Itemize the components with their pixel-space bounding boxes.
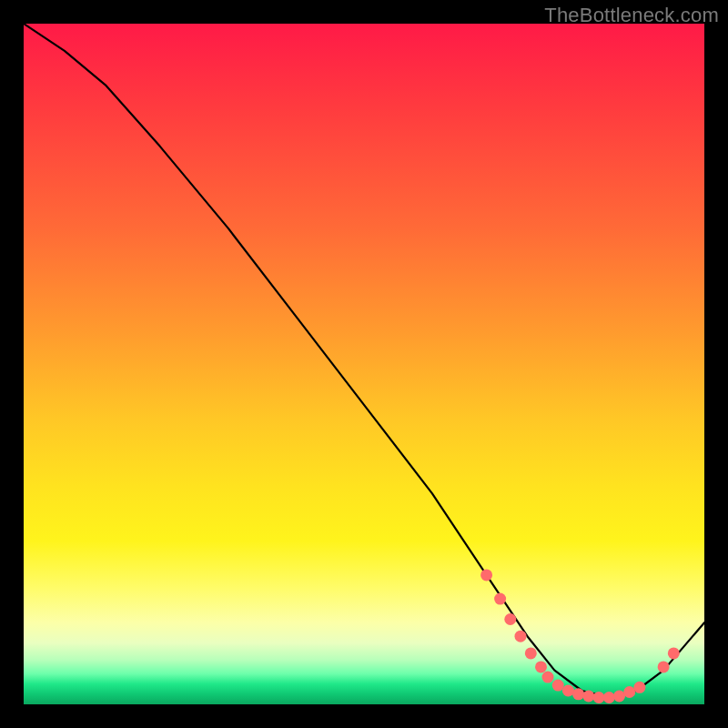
- chart-plot-area: [24, 24, 704, 704]
- chart-stage: TheBottleneck.com: [0, 0, 728, 728]
- data-point-marker: [623, 686, 635, 698]
- data-point-marker: [668, 647, 680, 659]
- data-point-marker: [562, 685, 574, 697]
- data-point-marker: [572, 688, 584, 700]
- data-point-marker: [535, 661, 547, 672]
- data-point-marker: [515, 631, 527, 642]
- data-point-marker: [582, 691, 594, 703]
- data-point-marker: [603, 692, 615, 703]
- curve-markers: [480, 569, 680, 703]
- data-point-marker: [494, 593, 506, 605]
- watermark-text: TheBottleneck.com: [544, 4, 719, 27]
- data-point-marker: [504, 613, 516, 625]
- data-point-marker: [633, 682, 645, 693]
- data-point-marker: [593, 692, 605, 703]
- data-point-marker: [613, 691, 625, 703]
- data-point-marker: [525, 647, 537, 659]
- chart-svg: [24, 24, 704, 704]
- bottleneck-curve: [24, 24, 704, 698]
- data-point-marker: [480, 569, 492, 581]
- data-point-marker: [658, 661, 670, 672]
- data-point-marker: [552, 680, 564, 692]
- data-point-marker: [542, 672, 554, 683]
